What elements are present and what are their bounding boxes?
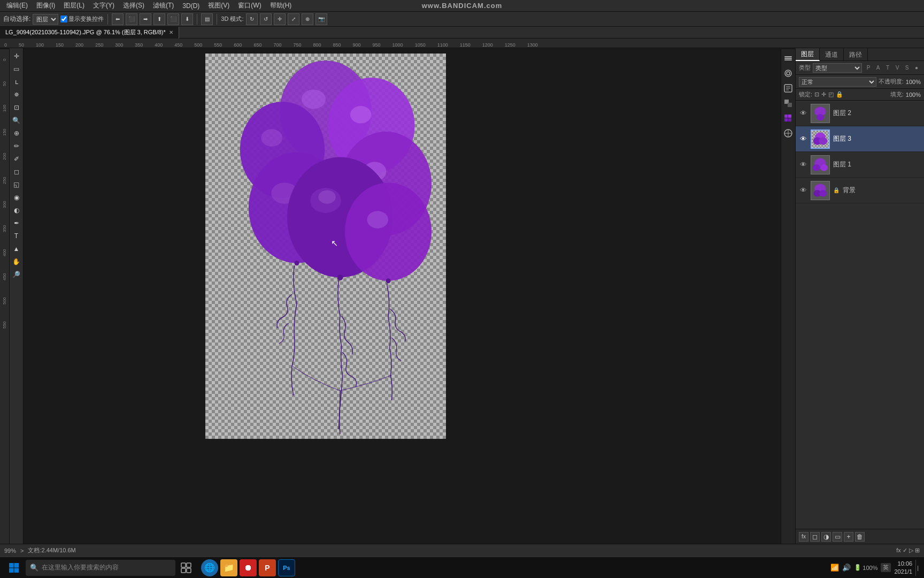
- browser-icon-btn[interactable]: 🌐: [201, 559, 218, 576]
- network-icon[interactable]: 📶: [830, 564, 839, 572]
- bandicam-btn[interactable]: ⏺: [240, 559, 257, 576]
- layer-eye-icon[interactable]: 👁: [799, 186, 807, 195]
- layer-item[interactable]: 👁 图层 2: [796, 101, 924, 126]
- menu-select[interactable]: 选择(S): [119, 0, 149, 11]
- layers-panel-icon[interactable]: [782, 52, 794, 64]
- selection-tool-btn[interactable]: ▭: [11, 63, 22, 75]
- menu-view[interactable]: 视图(V): [204, 0, 234, 11]
- dodge-btn[interactable]: ◐: [11, 204, 22, 216]
- background-lock-icon: 🔒: [833, 187, 840, 193]
- filter-text-icon[interactable]: T: [883, 64, 892, 72]
- channels-tab[interactable]: 通道: [820, 48, 844, 61]
- ruler-left: 0 50 100 150 200 250 300 350 400 450 500…: [0, 49, 10, 544]
- layer-filter-select[interactable]: 类型 名称: [813, 63, 862, 73]
- 3d-scale-btn[interactable]: ⊕: [302, 13, 313, 25]
- photoshop-btn[interactable]: Ps: [278, 559, 295, 576]
- move-tool-btn[interactable]: ✛: [11, 50, 22, 62]
- menu-edit[interactable]: 编辑(E): [2, 0, 32, 11]
- menu-text[interactable]: 文字(Y): [89, 0, 119, 11]
- shape-btn[interactable]: ▲: [11, 243, 22, 255]
- file-manager-btn[interactable]: 📁: [220, 559, 237, 576]
- layer-item[interactable]: 👁 🔒 背景: [796, 178, 924, 203]
- filter-adjust-icon[interactable]: A: [874, 64, 882, 72]
- filter-shape-icon[interactable]: V: [893, 64, 902, 72]
- layer-item[interactable]: 👁 图层 3: [796, 126, 924, 152]
- align-vcenter-btn[interactable]: ⬛: [167, 13, 179, 25]
- menu-window[interactable]: 窗口(W): [234, 0, 265, 11]
- menu-help[interactable]: 帮助(H): [266, 0, 296, 11]
- color-panel-icon[interactable]: [782, 97, 794, 109]
- lock-position-icon[interactable]: ✛: [821, 91, 826, 98]
- layer-eye-icon[interactable]: 👁: [799, 135, 807, 143]
- heal-btn[interactable]: ⊕: [11, 127, 22, 139]
- text-btn[interactable]: T: [11, 230, 22, 242]
- menu-3d[interactable]: 3D(D): [178, 1, 204, 11]
- layer-adjust-btn[interactable]: ◑: [821, 532, 831, 542]
- filter-smart-icon[interactable]: S: [903, 64, 911, 72]
- distribute-btn[interactable]: ▤: [201, 13, 213, 25]
- zoom-btn[interactable]: 🔎: [11, 269, 22, 280]
- filter-pixel-icon[interactable]: P: [864, 64, 873, 72]
- lock-all-icon[interactable]: 🔒: [836, 91, 843, 98]
- menu-filter[interactable]: 滤镜(T): [149, 0, 178, 11]
- layer-fx-btn[interactable]: fx: [799, 532, 808, 542]
- lock-pixels-icon[interactable]: ⊡: [814, 91, 819, 98]
- 3d-roll-btn[interactable]: ↺: [260, 13, 272, 25]
- blend-mode-select[interactable]: 正常 溶解 正片叠底: [799, 77, 876, 87]
- 3d-camera-btn[interactable]: 📷: [315, 13, 327, 25]
- crop-tool-btn[interactable]: ⊡: [11, 102, 22, 113]
- lock-label: 锁定:: [799, 90, 812, 98]
- show-transform-label[interactable]: 显示变换控件: [60, 15, 104, 23]
- show-transform-checkbox[interactable]: [60, 16, 67, 22]
- history-panel-icon[interactable]: [782, 82, 794, 94]
- align-left-btn[interactable]: ⬅: [112, 13, 124, 25]
- layer-eye-icon[interactable]: 👁: [799, 109, 807, 118]
- tab-close-btn[interactable]: ✕: [169, 29, 173, 35]
- eraser-btn[interactable]: ◻: [11, 166, 22, 178]
- canvas-area[interactable]: ↖: [24, 48, 781, 544]
- start-button[interactable]: [4, 558, 24, 577]
- layers-tab[interactable]: 图层: [796, 48, 820, 61]
- eyedropper-btn[interactable]: 🔍: [11, 115, 22, 126]
- layer-group-btn[interactable]: ▭: [833, 532, 842, 542]
- volume-icon[interactable]: 🔊: [842, 564, 851, 572]
- layer-delete-btn[interactable]: 🗑: [855, 532, 865, 542]
- 3d-rotate-btn[interactable]: ↻: [246, 13, 258, 25]
- active-tab[interactable]: LG_9094(20210305-110942).JPG @ 76.1% (图层…: [0, 27, 179, 39]
- layer-new-btn[interactable]: +: [844, 532, 853, 542]
- task-view-btn[interactable]: [178, 559, 195, 576]
- channels-panel-icon[interactable]: [782, 67, 794, 79]
- paths-tab[interactable]: 路径: [844, 48, 868, 61]
- 3d-drag-btn[interactable]: ✛: [274, 13, 286, 25]
- swatches-panel-icon[interactable]: [782, 112, 794, 124]
- powerpoint-btn[interactable]: P: [259, 559, 276, 576]
- align-hcenter-btn[interactable]: ⬛: [126, 13, 137, 25]
- lasso-tool-btn[interactable]: ʟ: [11, 76, 22, 88]
- 3d-slide-btn[interactable]: ⤢: [288, 13, 299, 25]
- pen-btn[interactable]: ✒: [11, 217, 22, 229]
- blur-btn[interactable]: ◉: [11, 192, 22, 203]
- align-right-btn[interactable]: ➡: [140, 13, 151, 25]
- menu-image[interactable]: 图像(I): [32, 0, 59, 11]
- hand-btn[interactable]: ✋: [11, 256, 22, 268]
- taskbar-search-area[interactable]: 🔍 在这里输入你要搜索的内容: [26, 560, 175, 576]
- gradient-btn[interactable]: ◱: [11, 179, 22, 191]
- language-indicator[interactable]: 英: [881, 563, 891, 572]
- show-desktop-btn[interactable]: |: [915, 560, 920, 576]
- layer-eye-icon[interactable]: 👁: [799, 161, 807, 169]
- lock-artboard-icon[interactable]: ◰: [828, 91, 834, 98]
- magic-wand-btn[interactable]: ✵: [11, 89, 22, 101]
- left-tool-panel: ✛ ▭ ʟ ✵ ⊡ 🔍 ⊕ ✏ ✐ ◻ ◱ ◉ ◐ ✒ T ▲ ✋ 🔎: [10, 48, 24, 544]
- status-arrow[interactable]: >: [20, 547, 24, 554]
- clone-btn[interactable]: ✐: [11, 153, 22, 165]
- filter-toggle-icon[interactable]: ●: [912, 64, 921, 72]
- align-top-btn[interactable]: ⬆: [153, 13, 165, 25]
- adjustments-panel-icon[interactable]: [782, 127, 794, 139]
- svg-point-18: [386, 278, 391, 283]
- layer-mask-btn[interactable]: ◻: [810, 532, 820, 542]
- auto-select-type[interactable]: 图层 组: [33, 14, 58, 25]
- menu-layer[interactable]: 图层(L): [59, 0, 89, 11]
- brush-btn[interactable]: ✏: [11, 140, 22, 152]
- align-bottom-btn[interactable]: ⬇: [181, 13, 193, 25]
- layer-item[interactable]: 👁 图层 1: [796, 152, 924, 178]
